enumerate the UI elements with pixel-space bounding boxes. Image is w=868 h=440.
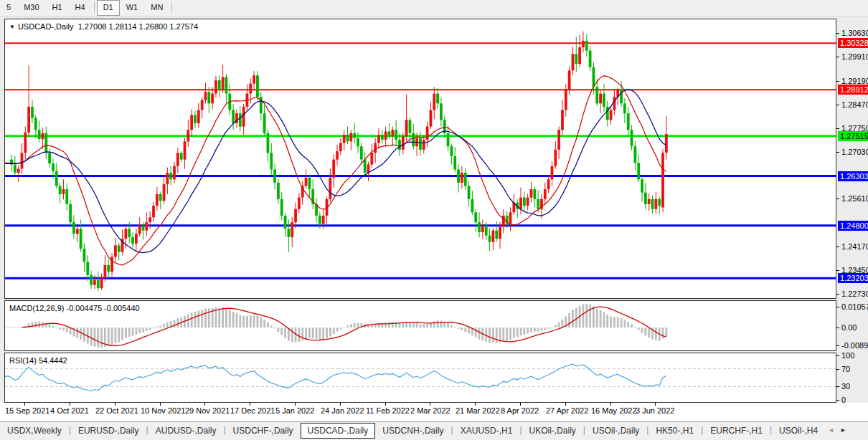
price-tick-label: 1.30630 [841, 29, 868, 37]
price-axis: 1.306301.299101.291901.284701.277501.270… [836, 19, 868, 421]
date-tick-label: 10 Nov 2021 [141, 406, 185, 415]
date-tick-label: 4 Oct 2021 [50, 406, 89, 415]
macd-tick-mark [836, 307, 839, 307]
toolbar-separator [171, 1, 172, 13]
timeframe-button-5[interactable]: 5 [0, 0, 17, 14]
price-tick-label: 1.29910 [841, 52, 868, 61]
date-tick-mark [250, 403, 250, 406]
date-tick-label: 16 May 2022 [591, 406, 637, 415]
date-tick-mark [475, 403, 476, 406]
ohlc-close: 1.27574 [169, 22, 198, 31]
date-tick-mark [70, 403, 70, 406]
tab-hk50-h1[interactable]: HK50-,H1 [648, 423, 701, 439]
timeframe-toolbar: 5M30H1H4D1W1MN [0, 0, 868, 16]
price-badge-128912: 1.28912 [838, 85, 868, 95]
tab-scroll-right-icon[interactable]: ► [837, 422, 849, 434]
tab-eurchf-h1[interactable]: EURCHF-,H1 [703, 423, 770, 439]
timeframe-button-d1[interactable]: D1 [97, 0, 120, 16]
rsi-value: 54.4442 [37, 356, 67, 365]
macd-tick-mark [836, 327, 839, 328]
price-tick-label: 1.25610 [841, 194, 868, 203]
timeframe-button-h4[interactable]: H4 [69, 0, 92, 14]
ohlc-low: 1.26800 [139, 22, 168, 31]
timeframe-button-mn[interactable]: MN [144, 0, 169, 14]
rsi-tick-mark [836, 369, 839, 370]
timeframe-button-m30[interactable]: M30 [17, 0, 45, 14]
date-tick-label: 27 Apr 2022 [546, 406, 588, 415]
tab-ukoil-daily[interactable]: UKOil-,Daily [522, 423, 583, 439]
price-tick-mark [836, 199, 839, 199]
tab-audusd-daily[interactable]: AUDUSD-,Daily [148, 423, 224, 439]
date-tick-mark [115, 403, 115, 406]
date-tick-label: 15 Sep 2021 [5, 406, 49, 415]
tab-usdcnh-daily[interactable]: USDCNH-,Daily [375, 423, 450, 439]
ohlc-high: 1.28114 [109, 22, 137, 31]
rsi-tick-label: 70 [841, 365, 850, 373]
macd-panel[interactable]: MACD(12,26,9) -0.004475 -0.005440 [4, 300, 836, 351]
date-tick-mark [610, 403, 611, 406]
rsi-tick-mark [836, 400, 839, 401]
price-tick-label: 1.22730 [841, 290, 868, 298]
date-tick-label: 21 Mar 2022 [456, 406, 500, 415]
price-tick-mark [836, 57, 839, 57]
price-tick-mark [836, 81, 839, 82]
price-tick-mark [836, 247, 839, 247]
tab-usdx-weekly[interactable]: USDX,Weekly [0, 423, 69, 439]
price-tick-label: 1.24170 [841, 242, 868, 251]
price-badge-124800: 1.24800 [838, 221, 868, 231]
price-tick-mark [836, 128, 839, 129]
timeframe-button-w1[interactable]: W1 [120, 0, 145, 14]
price-tick-mark [836, 294, 839, 295]
toolbar-separator [94, 1, 95, 13]
date-tick-label: 22 Oct 2021 [95, 406, 138, 415]
price-tick-mark [836, 270, 839, 271]
tab-eurusd-daily[interactable]: EURUSD-,Daily [71, 423, 146, 439]
date-tick-label: 8 Apr 2022 [501, 406, 539, 415]
rsi-tick-mark [836, 355, 839, 356]
tab-usoil-daily[interactable]: USOil-,Daily [585, 423, 646, 439]
rsi-chart[interactable] [5, 353, 836, 402]
ohlc-open: 1.27008 [78, 22, 107, 31]
rsi-panel[interactable]: RSI(14) 54.4442 [4, 353, 836, 403]
candlestick-chart[interactable] [5, 19, 836, 298]
price-badge-130328: 1.30328 [838, 38, 868, 48]
date-tick-mark [385, 403, 386, 406]
symbol-tab-bar: USDX,Weekly|EURUSD-,Daily|AUDUSD-,Daily|… [0, 421, 868, 440]
price-tick-mark [836, 33, 839, 34]
macd-values: -0.004475 -0.005440 [64, 304, 139, 312]
date-tick-mark [340, 403, 341, 406]
tab-scroll-left-icon[interactable]: ◄ [825, 422, 837, 434]
chart-symbol: USDCAD-,Daily [18, 22, 74, 31]
price-tick-label: 1.28470 [841, 100, 868, 109]
date-tick-mark [295, 403, 296, 406]
chart-dropdown-icon[interactable]: ▼ [9, 24, 15, 30]
price-badge-126303: 1.26303 [838, 171, 868, 181]
date-tick-label: 3 Jun 2022 [636, 406, 674, 415]
rsi-title: RSI(14) 54.4442 [9, 356, 67, 365]
date-tick-mark [24, 403, 25, 406]
date-axis: 15 Sep 20214 Oct 202122 Oct 202110 Nov 2… [0, 403, 868, 421]
rsi-label: RSI(14) [9, 356, 37, 365]
rsi-tick-mark [836, 386, 839, 387]
tab-usdcad-daily[interactable]: USDCAD-,Daily [301, 423, 376, 439]
date-tick-mark [565, 403, 566, 406]
macd-tick-label: 0.010578 [841, 302, 868, 311]
tab-usoil-h4[interactable]: USOil-,H4 [772, 423, 825, 439]
rsi-tick-label: 100 [841, 351, 854, 360]
main-chart-panel[interactable]: ▼USDCAD-,Daily 1.27008 1.28114 1.26800 1… [4, 19, 836, 299]
date-tick-label: 24 Jan 2022 [321, 406, 364, 415]
date-tick-mark [204, 403, 205, 406]
date-tick-mark [160, 403, 161, 406]
date-tick-label: 11 Feb 2022 [366, 406, 410, 415]
date-tick-label: 5 Jan 2022 [275, 406, 314, 415]
macd-tick-mark [836, 345, 839, 346]
price-tick-mark [836, 152, 839, 153]
price-badge-123203: 1.23203 [838, 273, 868, 283]
date-tick-label: 17 Dec 2021 [230, 406, 275, 415]
tab-xauusd-h1[interactable]: XAUUSD-,H1 [453, 423, 520, 439]
chart-title: ▼USDCAD-,Daily 1.27008 1.28114 1.26800 1… [9, 22, 198, 31]
tab-usdchf-daily[interactable]: USDCHF-,Daily [226, 423, 301, 439]
timeframe-button-h1[interactable]: H1 [46, 0, 69, 14]
price-badge-127515: 1.27515 [838, 131, 868, 141]
date-tick-label: 2 Mar 2022 [410, 406, 450, 415]
